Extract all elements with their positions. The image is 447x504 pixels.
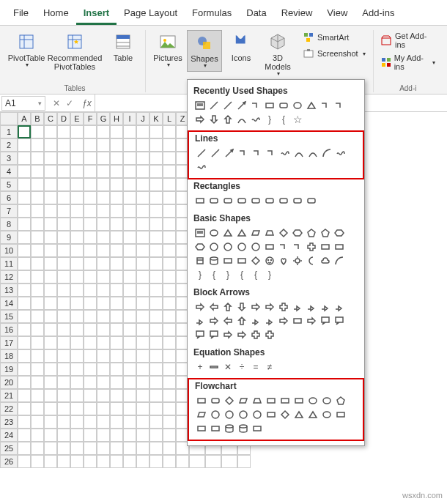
cell[interactable] [123, 297, 136, 310]
shape-bentarrow[interactable] [319, 300, 332, 314]
cell[interactable] [44, 257, 57, 270]
shape-bentarrow[interactable] [291, 300, 304, 314]
shape-rect[interactable] [265, 408, 278, 421]
tab-file[interactable]: File [6, 3, 36, 25]
cell[interactable] [97, 284, 110, 297]
row-header[interactable]: 2 [0, 138, 18, 152]
shape-rect[interactable] [221, 254, 234, 267]
shape-rrect[interactable] [263, 194, 276, 207]
shape-heart[interactable] [277, 254, 290, 267]
cell[interactable] [57, 310, 70, 323]
cell[interactable] [110, 257, 123, 270]
cell[interactable] [123, 323, 136, 336]
cell[interactable] [84, 455, 97, 468]
cell[interactable] [70, 152, 84, 165]
shape-free[interactable] [249, 113, 262, 126]
cell[interactable] [97, 376, 110, 389]
cell[interactable] [136, 165, 149, 178]
shape-cyl[interactable] [207, 254, 221, 267]
tab-home[interactable]: Home [36, 3, 76, 25]
cell[interactable] [97, 323, 110, 336]
cell[interactable] [31, 257, 44, 270]
shape-elbow[interactable] [237, 147, 250, 160]
cell[interactable] [57, 297, 70, 310]
cell[interactable] [44, 165, 57, 178]
cell[interactable] [70, 284, 84, 297]
cell[interactable] [84, 231, 97, 244]
cell[interactable] [237, 455, 251, 468]
cell[interactable] [123, 231, 136, 244]
cell[interactable] [18, 231, 31, 244]
cell[interactable] [163, 257, 176, 270]
cell[interactable] [57, 376, 70, 389]
shape-circle[interactable] [209, 408, 222, 421]
cell[interactable] [149, 349, 163, 363]
shape-bentarrow[interactable] [333, 300, 346, 314]
cell[interactable] [57, 415, 70, 429]
cell[interactable] [123, 191, 136, 204]
shape-pent[interactable] [305, 226, 318, 240]
cell[interactable] [31, 138, 44, 152]
cell[interactable] [149, 178, 163, 191]
cell[interactable] [136, 349, 149, 363]
shape-oval[interactable] [207, 226, 221, 240]
shape-circle[interactable] [237, 408, 250, 421]
cell[interactable] [163, 402, 176, 415]
shape-neq[interactable]: ≠ [263, 360, 276, 374]
cell[interactable] [149, 191, 163, 204]
cell[interactable] [84, 191, 97, 204]
cell[interactable] [136, 257, 149, 270]
cell[interactable] [44, 336, 57, 349]
cell[interactable] [18, 349, 31, 363]
cell[interactable] [70, 138, 84, 152]
cell[interactable] [57, 349, 70, 363]
shape-smiley[interactable] [263, 254, 276, 267]
cell[interactable] [163, 284, 176, 297]
cell[interactable] [110, 297, 123, 310]
shape-rarrow[interactable] [207, 314, 221, 327]
cell[interactable] [123, 349, 136, 363]
cell[interactable] [123, 336, 136, 349]
cell[interactable] [123, 152, 136, 165]
cell[interactable] [123, 138, 136, 152]
tab-review[interactable]: Review [274, 3, 320, 25]
shape-rect[interactable] [334, 408, 347, 421]
shape-diamond[interactable] [277, 226, 290, 240]
cell[interactable] [110, 429, 123, 442]
cell[interactable] [97, 191, 110, 204]
cell[interactable] [136, 138, 149, 152]
cell[interactable] [84, 323, 97, 336]
shape-rarrow[interactable] [193, 113, 207, 126]
row-header[interactable]: 13 [0, 284, 18, 297]
cell[interactable] [44, 270, 57, 284]
shape-rarrow[interactable] [249, 300, 262, 314]
cell[interactable] [18, 191, 31, 204]
shape-brace[interactable]: } [263, 268, 276, 281]
shape-elbow[interactable] [249, 99, 262, 112]
shape-larrow[interactable] [207, 300, 221, 314]
shape-bracel[interactable]: { [235, 268, 248, 281]
shape-rrect[interactable] [277, 99, 290, 112]
shape-hex[interactable] [291, 226, 304, 240]
cell[interactable] [44, 152, 57, 165]
cell[interactable] [163, 191, 176, 204]
cell[interactable] [149, 152, 163, 165]
cell[interactable] [44, 125, 57, 138]
cell[interactable] [70, 125, 84, 138]
cell[interactable] [123, 125, 136, 138]
cell[interactable] [31, 284, 44, 297]
cell[interactable] [44, 138, 57, 152]
cell[interactable] [57, 257, 70, 270]
cell[interactable] [163, 218, 176, 231]
cell[interactable] [57, 270, 70, 284]
shape-rarrow[interactable] [305, 314, 318, 327]
cell[interactable] [57, 138, 70, 152]
cell[interactable] [57, 442, 70, 455]
cell[interactable] [110, 349, 123, 363]
cell[interactable] [110, 204, 123, 218]
shape-diamond[interactable] [223, 394, 236, 407]
shape-moon[interactable] [305, 254, 318, 267]
cell[interactable] [57, 218, 70, 231]
cell[interactable] [97, 297, 110, 310]
cell[interactable] [110, 415, 123, 429]
